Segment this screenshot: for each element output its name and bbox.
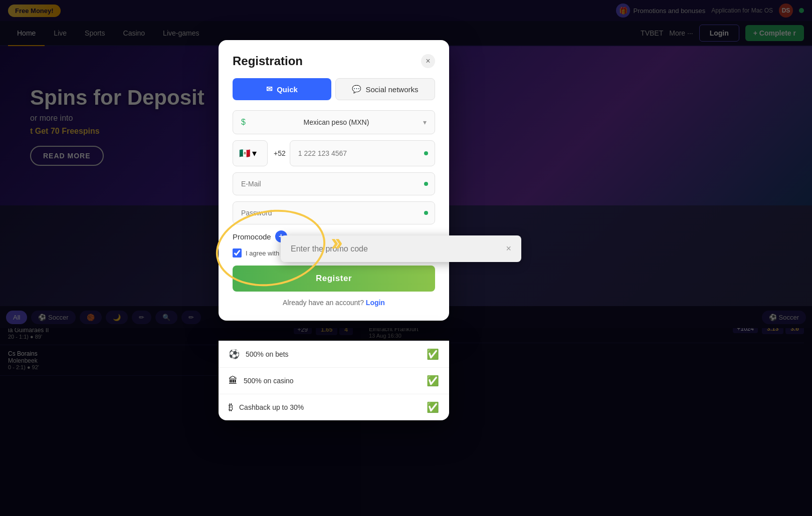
casino-label: 500% on casino: [244, 377, 421, 385]
email-valid-indicator: [424, 182, 428, 186]
bonus-item-bets: ⚽ 500% on bets ✅: [219, 341, 449, 367]
modal-tabs: ✉ Quick 💬 Social networks: [233, 78, 435, 100]
casino-check-icon: ✅: [427, 375, 439, 387]
tab-quick-icon: ✉: [266, 85, 273, 94]
registration-modal: Registration × ✉ Quick 💬 Social networks…: [219, 40, 449, 321]
currency-selector[interactable]: $ Mexican peso (MXN) ▾: [233, 110, 435, 134]
login-link-row: Already have an account? Login: [233, 299, 435, 307]
bonus-item-casino: 🏛 500% on casino ✅: [219, 367, 449, 394]
phone-code: +52: [274, 140, 286, 166]
tab-quick[interactable]: ✉ Quick: [233, 78, 331, 100]
cashback-check-icon: ✅: [427, 401, 439, 413]
bonus-list: ⚽ 500% on bets ✅ 🏛 500% on casino ✅ ₿ Ca…: [219, 341, 449, 420]
tab-social-icon: 💬: [352, 85, 361, 94]
currency-label: Mexican peso (MXN): [304, 118, 369, 126]
email-form-group: [233, 172, 435, 195]
password-valid-indicator: [424, 211, 428, 215]
modal-title: Registration: [233, 54, 303, 68]
cashback-icon: ₿: [229, 402, 233, 413]
currency-arrow-icon: ▾: [423, 118, 427, 126]
currency-form-group: $ Mexican peso (MXN) ▾: [233, 110, 435, 134]
promo-close-button[interactable]: ×: [506, 243, 511, 254]
modal-header: Registration ×: [233, 54, 435, 68]
password-form-group: [233, 201, 435, 224]
promo-code-tooltip: ×: [281, 235, 521, 262]
email-input[interactable]: [233, 172, 435, 195]
phone-input[interactable]: [290, 140, 435, 166]
bets-label: 500% on bets: [246, 350, 421, 358]
bonus-item-cashback: ₿ Cashback up to 30% ✅: [219, 394, 449, 420]
currency-icon: $: [241, 118, 246, 127]
cashback-label: Cashback up to 30%: [239, 403, 421, 411]
password-input[interactable]: [233, 201, 435, 224]
login-link[interactable]: Login: [366, 299, 385, 307]
phone-form-group: 🇲🇽 ▾ +52: [233, 140, 435, 166]
promocode-label: Promocode: [233, 232, 271, 241]
agree-text: I agree with: [246, 249, 279, 257]
casino-icon: 🏛: [229, 376, 238, 386]
bets-icon: ⚽: [229, 349, 240, 360]
promo-code-input[interactable]: [291, 244, 500, 253]
flag-selector[interactable]: 🇲🇽 ▾: [233, 140, 268, 166]
tab-social-label: Social networks: [365, 85, 418, 94]
bets-check-icon: ✅: [427, 348, 439, 360]
flag-chevron-icon: ▾: [252, 148, 257, 159]
tab-quick-label: Quick: [277, 85, 298, 94]
phone-valid-indicator: [424, 151, 428, 155]
already-account-text: Already have an account?: [283, 299, 364, 307]
flag-emoji: 🇲🇽: [239, 148, 250, 159]
register-button[interactable]: Register: [233, 266, 435, 292]
agree-checkbox[interactable]: [233, 248, 242, 257]
tab-social-networks[interactable]: 💬 Social networks: [335, 78, 435, 100]
modal-close-button[interactable]: ×: [421, 54, 435, 68]
